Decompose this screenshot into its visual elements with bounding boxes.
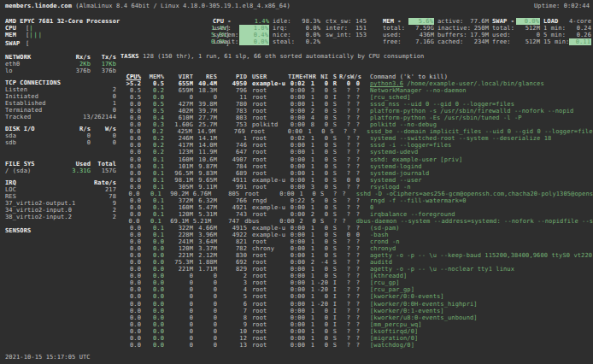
task-command: irqbalance --foreground: [370, 211, 455, 218]
tasks-table: >5.2 0.5 655M 40.4M 4950 example-u 0:02 …: [120, 80, 593, 349]
task-command: sshd: example-user [priv]: [370, 156, 462, 163]
tcp-row: Tracked 13/262144: [5, 114, 116, 120]
irq-section: IRQ Rate/s LOC 217 RES 78 37_virtio2-out…: [5, 179, 116, 221]
gauge-ticks: |: [29, 25, 33, 32]
cpu-system-box: 0.4%: [239, 32, 269, 38]
glances-terminal[interactable]: members.linode.com (AlmaLinux 8.4 64bit …: [0, 0, 593, 364]
task-command: rsyslogd -n: [370, 184, 411, 191]
task-row: 0.0 0.4 610M 27.7M 803 root 0:00 4 0 S ?…: [120, 114, 593, 121]
tcp-title: TCP CONNECTIONS: [5, 79, 116, 86]
task-row: 0.0 0.1 228M 3.96M 4922 example-u 0:00 1…: [120, 232, 593, 238]
task-command: [rcu_gp]: [370, 279, 400, 286]
task-row: 0.0 0.0 0 0 8 root 0:00 1 0 I ? ? [kwork…: [120, 314, 593, 321]
task-row: 0.0 0.0 241M 3.64M 821 root 0:00 1 0 S ?…: [120, 238, 593, 245]
tcp-row: Initiated 0: [5, 93, 116, 100]
task-row: 0.0 0.1 90.2M 6.76M 805 root 0:00 1 0 S …: [120, 191, 593, 197]
task-command: python3.6 /home/example-user/.local/bin/…: [370, 80, 544, 87]
task-row: 0.5 0.0 0 0 11 root 0:00 1 0 I ? ? [rcu_…: [120, 94, 593, 101]
task-command: [migration/0]: [370, 335, 418, 342]
fs-row: / (sda) 3.31G 157G: [5, 167, 116, 174]
task-row: 0.0 0.1 160M 10.6M 4907 root 0:00 1 0 S …: [120, 156, 593, 163]
load-m15-box: 0.11: [569, 38, 591, 45]
cpu-user-box: 1.0%: [239, 25, 269, 32]
task-row: 0.0 0.5 402M 39.7M 783 root 0:00 2 0 S ?…: [120, 108, 593, 114]
cpu-section: CPU - 1.4% idle: 98.3% ctx_sw: 145 user:…: [213, 18, 367, 45]
network-row: eth0 2Kb 17Kb: [5, 61, 116, 68]
gauge-bar: |||5.6%: [29, 32, 226, 38]
filesystem-section: FILE SYS Used Total / (sda) 3.31G 157G: [5, 161, 116, 174]
task-command: [watchdog/0]: [370, 342, 414, 349]
task-command: sssd -i --logger=files: [370, 142, 451, 149]
task-row: 0.0 0.0 221M 2.12M 830 root 0:00 1 0 S ?…: [120, 252, 593, 259]
task-command: systemd-journald: [370, 170, 429, 177]
task-row: 0.0 0.1 372M 6.32M 766 rngd 0:22 5 0 S ?…: [120, 197, 593, 204]
task-row: 0.0 0.1 69.1M 5.21M 747 dbus 0:00 2 0 S …: [120, 218, 593, 225]
task-row: 0.0 0.0 0 0 7 root 0:00 1 0 I ? ? [kwork…: [120, 308, 593, 314]
tasks-header-row: CPU% MEM% VIRT RES PID USER TIME+ THR NI…: [120, 73, 593, 80]
task-command: [rcu_sched]: [370, 94, 411, 101]
task-row: 0.0 0.1 101M 9.87M 784 root 0:00 1 0 S ?…: [120, 163, 593, 170]
gauge-bar: |1.4%: [29, 25, 226, 32]
tasks-summary: TASKS 128 (150 thr), 1 run, 61 slp, 66 o…: [120, 53, 593, 60]
sensors-section: SENSORS: [5, 227, 116, 234]
task-command: auditd: [370, 259, 392, 266]
cpu-model: AMD EPYC 7681 32-Core Processor: [5, 18, 230, 25]
task-row: 0.0 0.0 0 0 10 root 0:00 1 0 S ? ? [ksof…: [120, 328, 593, 335]
mem-section: MEM - 5.6% active: 77.6M total: 7.59G in…: [383, 18, 489, 45]
task-command: agetty -o -p -- \u --noclear tty1 linux: [370, 266, 514, 273]
irq-row: LOC 217: [5, 186, 116, 193]
irq-row: 38_virtio2-input.2 2: [5, 214, 116, 220]
swap-percent-box: 0.0%: [516, 18, 540, 25]
cpu-iowait-box: 0.0%: [239, 38, 269, 45]
tcp-row: Established 1: [5, 100, 116, 107]
task-command: systemd-udevd: [370, 149, 418, 156]
mem-percent-box: 5.6%: [408, 18, 434, 25]
irq-row: 37_virtio2-output.1 9: [5, 200, 116, 207]
task-row: 0.0 0.0 0 0 12 root 0:00 1 0 S ? ? [migr…: [120, 335, 593, 342]
irq-row: 34_virtio2-input.0 2: [5, 207, 116, 214]
task-command: polkitd --no-debug: [370, 121, 437, 128]
task-command: systemd --switched-root --system --deser…: [370, 135, 551, 142]
task-command: (sd-pam): [370, 225, 400, 232]
task-command: [mm_percpu_wq]: [370, 321, 422, 328]
quicklook-section: AMD EPYC 7681 32-Core Processor CPU [ |1…: [5, 18, 230, 45]
sort-column-cpu[interactable]: CPU%: [120, 73, 141, 80]
task-command: [kworker/0:0H-events_highpri]: [370, 301, 478, 308]
task-command: [kthreadd]: [370, 273, 407, 279]
task-row: 0.0 0.1 160M 5.47M 4921 example-u 0:00 1…: [120, 204, 593, 211]
task-row: 0.5 0.2 659M 18.3M 796 root 0:00 3 0 S ?…: [120, 87, 593, 94]
sensors-title: SENSORS: [5, 227, 116, 234]
task-command: sssd_be --domain implicit_files --uid 0 …: [367, 128, 593, 135]
disk-title: DISK I/O: [5, 126, 56, 132]
task-row: 0.0 0.1 322M 4.66M 4915 example-u 0:00 1…: [120, 225, 593, 232]
network-section: NETWORK Rx/s Tx/s eth0 2Kb 17Kb lo 376b …: [5, 54, 116, 74]
task-command: [kworker/u8:0-events_unbound]: [370, 314, 478, 321]
task-command: dbus-daemon --system --address=systemd: …: [356, 218, 593, 225]
task-command: [kworker/0:1-events]: [370, 308, 444, 314]
task-row: 0.0 0.0 0 0 13 root 0:00 1 0 S ? ? [watc…: [120, 342, 593, 349]
tcp-section: TCP CONNECTIONS Listen 2 Initiated 0 Est…: [5, 79, 116, 121]
task-command: [kworker/0:0-events]: [370, 293, 444, 300]
task-row: 0.0 0.0 0 0 9 root 0:00 1 0 I ? ? [mm_pe…: [120, 321, 593, 328]
task-row: 0.0 0.1 98.1M 9.65M 4911 example-u 0:00 …: [120, 177, 593, 184]
disk-row: sda 0 0: [5, 132, 116, 139]
task-row: 0.0 0.2 246M 14.1M 1 root 0:02 1 0 S ? ?…: [120, 135, 593, 142]
fs-title: FILE SYS: [5, 161, 56, 167]
task-row: 0.0 0.0 0 0 3 root 0:00 1 -20 I ? ? [rcu…: [120, 279, 593, 286]
gauge-row: MEM [ |||5.6% ]: [5, 32, 230, 38]
task-row: 0.0 0.0 0 0 6 root 0:00 1 -20 I ? ? [kwo…: [120, 301, 593, 308]
network-row: lo 376b 376b: [5, 68, 116, 74]
task-command: agetty -o -p -- \u --keep-baud 115200,38…: [370, 252, 592, 259]
task-row: 0.0 0.0 221M 1.71M 829 root 0:00 1 0 S ?…: [120, 266, 593, 273]
task-row: 0.0 0.1 96.5M 9.83M 689 root 0:00 1 0 S …: [120, 170, 593, 177]
gauge-bar: 0.0%: [29, 38, 226, 45]
disk-section: DISK I/O R/s W/s sda 0 0 sdb 0 0: [5, 126, 116, 146]
task-row: 0.0 0.2 425M 14.9M 769 root 0:00 1 0 S ?…: [120, 128, 593, 135]
task-row: >5.2 0.5 655M 40.4M 4950 example-u 0:02 …: [120, 80, 593, 87]
task-command: sshd -D -oCiphers=aes256-gcm@openssh.com…: [356, 191, 593, 197]
disk-row: sdb 0 0: [5, 139, 116, 146]
mem-title: MEM -: [383, 18, 408, 25]
task-command: systemd --user: [370, 177, 422, 184]
network-title: NETWORK: [5, 54, 56, 61]
clock: 2021-10-15 15:17:05 UTC: [5, 354, 91, 361]
